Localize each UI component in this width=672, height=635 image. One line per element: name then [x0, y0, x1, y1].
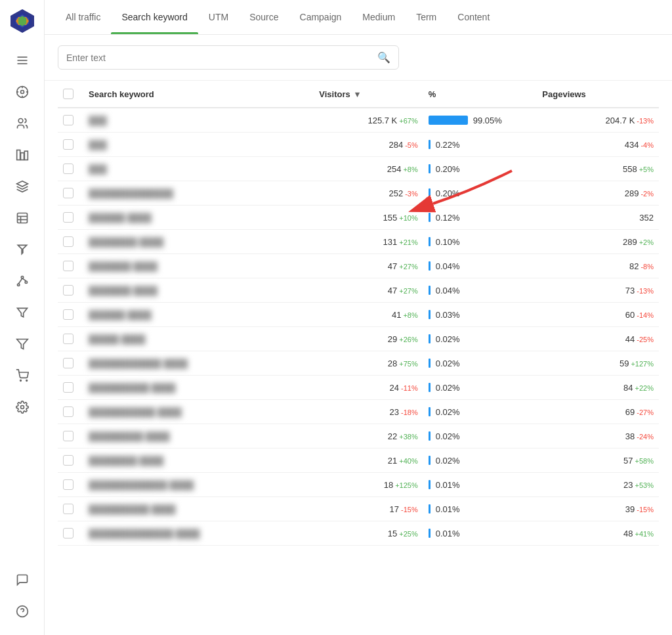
sidebar-item-table[interactable] [8, 204, 37, 232]
row-checkbox[interactable] [63, 358, 74, 368]
visitors-value: 41 [392, 310, 401, 320]
visitors-change: -3% [405, 190, 418, 198]
pageviews-change: +127% [631, 360, 654, 368]
row-checkbox[interactable] [63, 212, 74, 223]
sidebar-item-comment[interactable] [8, 565, 37, 594]
row-checkbox[interactable] [63, 479, 74, 490]
bar-indicator [429, 237, 430, 246]
row-checkbox[interactable] [63, 431, 74, 441]
percent-value: 0.03% [436, 310, 460, 320]
svg-point-24 [21, 276, 23, 278]
sidebar-item-layers[interactable] [8, 172, 37, 201]
percent-value: 0.01% [436, 529, 460, 538]
sidebar-item-funnel[interactable] [8, 298, 37, 327]
bar-container: 0.02% [429, 431, 532, 441]
pageviews-value: 44 [625, 334, 635, 344]
visitors-change: +10% [399, 214, 417, 222]
row-checkbox[interactable] [63, 285, 74, 296]
percent-value: 0.02% [436, 383, 460, 393]
tab-source[interactable]: Source [239, 0, 289, 34]
table-row: █████ ████29+26%0.02%44-25% [58, 327, 659, 351]
sidebar-item-click-filter[interactable] [8, 235, 37, 264]
sidebar-item-dashboard[interactable] [8, 77, 37, 106]
svg-point-9 [20, 91, 24, 94]
sidebar-item-help[interactable] [8, 597, 37, 626]
table-row: ███████ ████47+27%0.04%73-13% [58, 278, 659, 303]
select-all-checkbox[interactable] [63, 89, 74, 99]
percent-value: 0.22% [436, 140, 460, 150]
svg-point-30 [26, 380, 27, 382]
percent-value: 0.01% [436, 504, 460, 514]
visitors-value: 155 [383, 213, 398, 223]
bar-container: 0.04% [429, 261, 532, 271]
pageviews-change: +2% [639, 238, 654, 246]
row-checkbox[interactable] [63, 115, 74, 125]
table-row: ████████ ████131+21%0.10%289+2% [58, 230, 659, 254]
pageviews-change: +41% [635, 530, 654, 538]
row-checkbox[interactable] [63, 382, 74, 393]
row-checkbox[interactable] [63, 334, 74, 344]
table-row: ███284-5%0.22%434-4% [58, 133, 659, 157]
row-checkbox[interactable] [63, 309, 74, 320]
bar-container: 0.02% [429, 383, 532, 393]
bar-container: 0.02% [429, 359, 532, 368]
percent-value: 0.02% [436, 456, 460, 466]
row-checkbox[interactable] [63, 455, 74, 466]
row-checkbox[interactable] [63, 139, 74, 150]
percent-value: 0.10% [436, 237, 460, 247]
bar-container: 0.01% [429, 480, 532, 490]
tab-search-keyword[interactable]: Search keyword [111, 0, 198, 34]
row-checkbox[interactable] [63, 261, 74, 271]
keyword-text: ██████████ ████ [89, 504, 176, 514]
sidebar-item-settings[interactable] [8, 393, 37, 422]
table-row: ██████████ ████24-11%0.02%84+22% [58, 376, 659, 400]
pageviews-change: -27% [637, 408, 654, 416]
row-checkbox[interactable] [63, 188, 74, 198]
keyword-text: ███ [89, 164, 107, 174]
bar-container: 99.05% [429, 116, 532, 125]
table-header-checkbox [58, 81, 83, 108]
tab-content[interactable]: Content [447, 0, 500, 34]
tab-all-traffic[interactable]: All traffic [55, 0, 111, 34]
pageviews-value: 38 [625, 431, 635, 441]
table-row: ███████ ████47+27%0.04%82-8% [58, 254, 659, 278]
tab-campaign[interactable]: Campaign [289, 0, 352, 34]
row-checkbox[interactable] [63, 164, 74, 174]
bar-container: 0.02% [429, 334, 532, 344]
keyword-text: ████████████ ████ [89, 359, 188, 368]
bar-container: 0.02% [429, 407, 532, 417]
pageviews-value: 57 [623, 456, 633, 466]
bar-container: 0.02% [429, 456, 532, 466]
row-checkbox[interactable] [63, 528, 74, 538]
row-checkbox[interactable] [63, 406, 74, 417]
sidebar-item-cart[interactable] [8, 361, 37, 390]
visitors-change: +38% [399, 433, 417, 441]
percent-value: 0.12% [436, 213, 460, 223]
table-header-percent: % [423, 81, 537, 108]
sidebar-item-graph[interactable] [8, 267, 37, 296]
sidebar-item-users[interactable] [8, 109, 37, 138]
tab-bar: All traffic Search keyword UTM Source Ca… [45, 0, 672, 35]
sidebar-item-filter[interactable] [8, 330, 37, 359]
sidebar-item-traffic[interactable] [8, 141, 37, 169]
svg-marker-28 [16, 339, 28, 349]
table-row: ██████████████ 252-3%0.20%289-2% [58, 181, 659, 206]
table-header-keyword: Search keyword [83, 81, 314, 108]
table-header-visitors[interactable]: Visitors ▾ [314, 81, 423, 108]
bar-container: 0.12% [429, 213, 532, 223]
app-logo[interactable] [9, 8, 35, 34]
bar-container: 0.01% [429, 529, 532, 538]
tab-term[interactable]: Term [406, 0, 447, 34]
tab-medium[interactable]: Medium [352, 0, 406, 34]
pageviews-value: 434 [625, 140, 639, 150]
bar-container: 0.22% [429, 140, 532, 150]
row-checkbox[interactable] [63, 504, 74, 514]
svg-line-27 [22, 278, 26, 281]
search-input[interactable] [66, 53, 377, 63]
tab-utm[interactable]: UTM [198, 0, 239, 34]
svg-point-25 [25, 281, 27, 283]
row-checkbox[interactable] [63, 236, 74, 247]
visitors-change: +27% [399, 287, 417, 295]
visitors-change: +21% [399, 238, 417, 246]
sidebar-item-menu[interactable] [8, 46, 37, 75]
